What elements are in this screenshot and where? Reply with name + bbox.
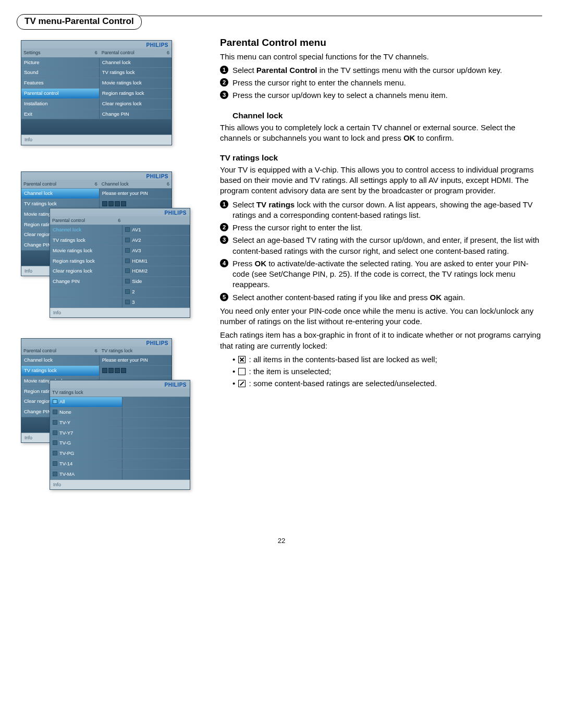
step-num-icon: 2 <box>220 78 228 87</box>
page-number: 22 <box>21 536 542 546</box>
top-steps: 1Select Parental Control in the TV setti… <box>220 65 542 101</box>
intro-text: This menu can control special functions … <box>220 52 542 62</box>
box-legend: • : all items in the contents-based list… <box>232 354 542 389</box>
empty-box-icon <box>238 368 246 375</box>
tv-screenshot-1: PHILIPS Settings6 Parental control6 Pict… <box>21 40 172 145</box>
step-num-icon: 2 <box>220 223 228 231</box>
locked-box-icon <box>238 356 246 363</box>
step-num-icon: 3 <box>220 236 228 244</box>
partial-box-icon <box>238 380 246 387</box>
step-num-icon: 4 <box>220 259 228 267</box>
tv-screenshot-2b: PHILIPS Parental control6 Channel lockAV… <box>50 208 190 318</box>
tv-ratings-heading: TV ratings lock <box>220 153 542 164</box>
box-intro: Each ratings item has a box-graphic in f… <box>220 330 542 351</box>
section-badge: TV menu-Parental Control <box>17 14 142 30</box>
step-num-icon: 3 <box>220 91 228 99</box>
step-num-icon: 1 <box>220 66 228 74</box>
step-num-icon: 1 <box>220 200 228 208</box>
step-num-icon: 5 <box>220 293 228 301</box>
tv-ratings-steps: 1Select TV ratings lock with the cursor … <box>220 200 542 303</box>
tv-screenshot-3b: PHILIPS TV ratings lock All None TV-Y TV… <box>50 380 190 490</box>
pin-once-note: You need only enter your PIN-code once w… <box>220 306 542 327</box>
brand-logo: PHILIPS <box>21 41 172 49</box>
channel-lock-body: This allows you to completely lock a cer… <box>220 122 542 144</box>
tv-ratings-body: Your TV is equipped with a V-chip. This … <box>220 165 542 196</box>
page-title: Parental Control menu <box>220 36 542 50</box>
channel-lock-heading: Channel lock <box>232 110 542 121</box>
screenshots-column: PHILIPS Settings6 Parental control6 Pict… <box>21 33 209 521</box>
text-column: Parental Control menu This menu can cont… <box>220 33 542 521</box>
